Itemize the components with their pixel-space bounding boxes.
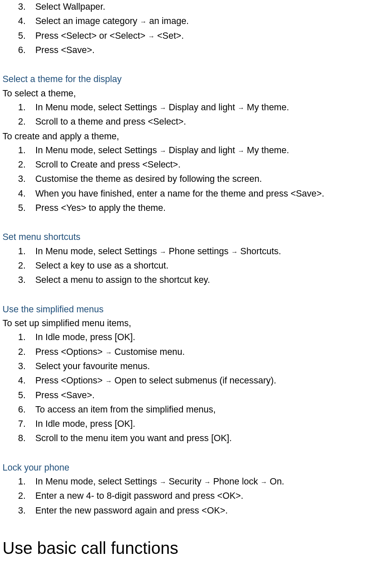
list-text: When you have finished, enter a name for… xyxy=(35,189,324,199)
list-text: Scroll to the menu item you want and pre… xyxy=(35,433,232,443)
list-item: 1. In Menu mode, select Settings → Displ… xyxy=(18,101,370,114)
list-item: 1. In Idle mode, press [OK]. xyxy=(18,330,370,344)
intro-text: To set up simplified menu items, xyxy=(0,317,370,330)
list-number: 1. xyxy=(18,245,26,258)
heading-lock-phone: Lock your phone xyxy=(0,461,370,475)
list-item: 4. When you have finished, enter a name … xyxy=(18,187,370,201)
list-text: Press <Yes> to apply the theme. xyxy=(35,203,166,213)
arrow-icon: → xyxy=(260,478,267,486)
list-number: 5. xyxy=(18,388,26,402)
list-text: Select a key to use as a shortcut. xyxy=(35,261,169,271)
list-item: 7. In Idle mode, press [OK]. xyxy=(18,417,370,431)
list-number: 4. xyxy=(18,374,26,388)
arrow-icon: → xyxy=(159,247,166,255)
list-number: 6. xyxy=(18,43,26,57)
list-item: 2. Select a key to use as a shortcut. xyxy=(18,259,370,273)
list-number: 3. xyxy=(18,172,26,186)
list-text: Press <Options> → Customise menu. xyxy=(35,347,185,357)
list-number: 1. xyxy=(18,101,26,114)
list-number: 1. xyxy=(18,330,26,344)
list-item: 1. In Menu mode, select Settings → Displ… xyxy=(18,144,370,157)
list-number: 2. xyxy=(18,489,26,503)
arrow-icon: → xyxy=(231,247,238,255)
lock-phone-list: 1. In Menu mode, select Settings → Secur… xyxy=(0,475,370,518)
arrow-icon: → xyxy=(140,18,147,25)
list-text: In Menu mode, select Settings → Phone se… xyxy=(35,246,281,256)
arrow-icon: → xyxy=(159,146,166,154)
list-item: 3. Customise the theme as desired by fol… xyxy=(18,172,370,186)
list-item: 5. Press <Yes> to apply the theme. xyxy=(18,201,370,215)
heading-select-theme: Select a theme for the display xyxy=(0,72,370,86)
heading-simplified-menus: Use the simplified menus xyxy=(0,303,370,317)
list-text: Press <Options> → Open to select submenu… xyxy=(35,375,276,386)
list-number: 2. xyxy=(18,158,26,172)
list-text: Press <Select> or <Select> → <Set>. xyxy=(35,31,184,41)
heading-menu-shortcuts: Set menu shortcuts xyxy=(0,230,370,244)
list-item: 2. Enter a new 4- to 8-digit password an… xyxy=(18,489,370,503)
list-text: In Idle mode, press [OK]. xyxy=(35,332,135,342)
list-number: 1. xyxy=(18,144,26,157)
list-item: 5. Press <Save>. xyxy=(18,388,370,402)
arrow-icon: → xyxy=(159,478,166,486)
list-number: 3. xyxy=(18,0,26,14)
list-item: 3. Select your favourite menus. xyxy=(18,359,370,373)
list-item: 1. In Menu mode, select Settings → Secur… xyxy=(18,475,370,489)
select-theme-list: 1. In Menu mode, select Settings → Displ… xyxy=(0,101,370,129)
list-text: Select a menu to assign to the shortcut … xyxy=(35,275,210,285)
list-item: 2. Scroll to a theme and press <Select>. xyxy=(18,115,370,129)
arrow-icon: → xyxy=(105,348,112,356)
list-text: Customise the theme as desired by follow… xyxy=(35,174,262,184)
list-item: 4. Press <Options> → Open to select subm… xyxy=(18,374,370,388)
list-number: 3. xyxy=(18,359,26,373)
arrow-icon: → xyxy=(238,104,244,111)
arrow-icon: → xyxy=(238,146,244,154)
list-text: Press <Save>. xyxy=(35,45,95,55)
list-number: 5. xyxy=(18,201,26,215)
list-item: 6. To access an item from the simplified… xyxy=(18,403,370,417)
list-text: Enter the new password again and press <… xyxy=(35,506,228,516)
list-number: 3. xyxy=(18,504,26,518)
list-number: 3. xyxy=(18,273,26,287)
list-item: 3. Enter the new password again and pres… xyxy=(18,504,370,518)
list-item: 4. Select an image category → an image. xyxy=(18,14,370,28)
list-text: In Idle mode, press [OK]. xyxy=(35,419,135,429)
list-number: 4. xyxy=(18,14,26,28)
list-number: 1. xyxy=(18,475,26,489)
list-item: 2. Press <Options> → Customise menu. xyxy=(18,345,370,359)
create-theme-list: 1. In Menu mode, select Settings → Displ… xyxy=(0,144,370,216)
list-text: In Menu mode, select Settings → Security… xyxy=(35,476,284,487)
intro-text: To select a theme, xyxy=(0,87,370,101)
arrow-icon: → xyxy=(148,32,155,40)
simplified-menu-list: 1. In Idle mode, press [OK]. 2. Press <O… xyxy=(0,330,370,446)
list-number: 2. xyxy=(18,259,26,273)
list-item: 1. In Menu mode, select Settings → Phone… xyxy=(18,245,370,258)
list-text: Enter a new 4- to 8-digit password and p… xyxy=(35,491,243,501)
list-number: 2. xyxy=(18,345,26,359)
list-text: Select your favourite menus. xyxy=(35,361,150,371)
list-text: Press <Save>. xyxy=(35,390,95,400)
arrow-icon: → xyxy=(204,478,211,486)
list-number: 2. xyxy=(18,115,26,129)
document-content: 3. Select Wallpaper. 4. Select an image … xyxy=(0,0,370,558)
arrow-icon: → xyxy=(159,104,166,111)
list-text: Select an image category → an image. xyxy=(35,16,189,26)
list-item: 2. Scroll to Create and press <Select>. xyxy=(18,158,370,172)
list-text: In Menu mode, select Settings → Display … xyxy=(35,102,289,112)
list-item: 8. Scroll to the menu item you want and … xyxy=(18,431,370,445)
list-item: 3. Select Wallpaper. xyxy=(18,0,370,14)
list-number: 6. xyxy=(18,403,26,417)
shortcuts-list: 1. In Menu mode, select Settings → Phone… xyxy=(0,245,370,287)
list-text: To access an item from the simplified me… xyxy=(35,404,216,415)
list-item: 5. Press <Select> or <Select> → <Set>. xyxy=(18,29,370,43)
list-number: 7. xyxy=(18,417,26,431)
list-text: Select Wallpaper. xyxy=(35,2,106,12)
list-item: 6. Press <Save>. xyxy=(18,43,370,57)
list-text: In Menu mode, select Settings → Display … xyxy=(35,145,289,155)
list-text: Scroll to Create and press <Select>. xyxy=(35,160,180,170)
arrow-icon: → xyxy=(105,377,112,385)
list-text: Scroll to a theme and press <Select>. xyxy=(35,117,186,127)
list-item: 3. Select a menu to assign to the shortc… xyxy=(18,273,370,287)
intro-text: To create and apply a theme, xyxy=(0,130,370,144)
heading-basic-call-functions: Use basic call functions xyxy=(0,538,370,558)
list-number: 4. xyxy=(18,187,26,201)
